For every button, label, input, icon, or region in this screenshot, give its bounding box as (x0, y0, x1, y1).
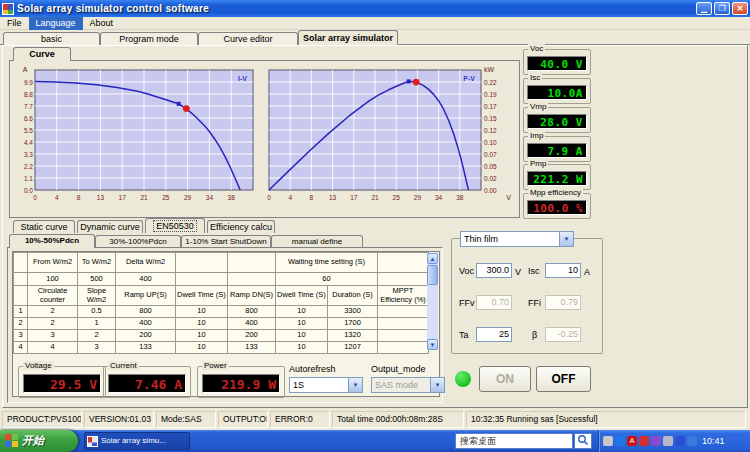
table-cell[interactable]: 200 (228, 330, 276, 342)
subtab-10-50pdcn[interactable]: 10%-50%Pdcn (9, 234, 95, 248)
audio-icon[interactable] (663, 436, 673, 446)
ta-input[interactable]: 25 (476, 327, 512, 342)
table-cell[interactable]: To W/m2 (78, 253, 116, 273)
scroll-down-icon[interactable]: ▼ (427, 339, 438, 350)
table-cell[interactable] (378, 306, 429, 318)
table-cell[interactable]: 400 (116, 318, 176, 330)
table-cell[interactable]: 1 (78, 318, 116, 330)
table-cell[interactable] (378, 318, 429, 330)
table-cell[interactable] (14, 286, 28, 306)
table-cell[interactable]: 800 (228, 306, 276, 318)
table-cell[interactable]: 1320 (328, 330, 378, 342)
voc-input[interactable]: 300.0 (476, 263, 512, 278)
table-cell[interactable]: Ramp UP(S) (116, 286, 176, 306)
table-cell[interactable]: MPPT Efficiency (%) (378, 286, 429, 306)
table-cell[interactable]: 500 (78, 273, 116, 286)
table-cell[interactable]: 100 (28, 273, 78, 286)
restore-button[interactable]: ❐ (714, 2, 730, 15)
table-cell[interactable]: 60 (276, 273, 378, 286)
table-cell[interactable]: 133 (116, 342, 176, 354)
antivirus-shield-icon[interactable] (687, 436, 697, 446)
table-cell[interactable]: 133 (228, 342, 276, 354)
tab-basic[interactable]: basic (3, 32, 100, 45)
table-cell[interactable]: 10 (276, 306, 328, 318)
table-cell[interactable]: 4 (28, 342, 78, 354)
table-cell[interactable] (378, 342, 429, 354)
menu-language[interactable]: Language (29, 17, 83, 30)
table-cell[interactable]: 1207 (328, 342, 378, 354)
table-cell[interactable]: 3 (14, 330, 28, 342)
table-cell[interactable]: 3300 (328, 306, 378, 318)
table-cell[interactable]: 3 (78, 342, 116, 354)
en50530-table[interactable]: From W/m2To W/m2Delta W/m2Waiting time s… (13, 252, 429, 354)
tab-dynamic-curve[interactable]: Dynamic curve (77, 220, 143, 233)
table-cell[interactable]: Slope W/m2 (78, 286, 116, 306)
autorefresh-select[interactable]: 1S ▼ (289, 377, 363, 393)
table-cell[interactable]: 10 (176, 306, 228, 318)
table-cell[interactable]: 2 (28, 306, 78, 318)
close-button[interactable]: ✕ (732, 2, 748, 15)
tab-solar-array-simulator[interactable]: Solar array simulator (298, 30, 398, 45)
tab-program-mode[interactable]: Program mode (100, 32, 198, 45)
tab-curve-editor[interactable]: Curve editor (198, 32, 298, 45)
table-cell[interactable]: Duration (S) (328, 286, 378, 306)
tab-curve[interactable]: Curve (13, 47, 71, 61)
table-cell[interactable]: 10 (276, 330, 328, 342)
table-cell[interactable] (378, 330, 429, 342)
table-cell[interactable]: 400 (228, 318, 276, 330)
start-button[interactable]: 开始 (0, 430, 78, 452)
table-cell[interactable]: Waiting time setting (S) (276, 253, 378, 273)
table-cell[interactable] (228, 253, 276, 273)
table-cell[interactable]: 10 (176, 330, 228, 342)
table-cell[interactable]: 10 (176, 318, 228, 330)
taskbar-item-solar-array[interactable]: Solar array simu... (84, 432, 190, 450)
isc-input[interactable]: 10 (545, 263, 581, 278)
table-cell[interactable] (228, 273, 276, 286)
table-cell[interactable]: Delta W/m2 (116, 253, 176, 273)
table-cell[interactable]: 10 (276, 318, 328, 330)
bluetooth-icon[interactable] (615, 436, 625, 446)
table-cell[interactable]: Ramp DN(S) (228, 286, 276, 306)
off-button[interactable]: OFF (536, 366, 591, 392)
table-cell[interactable]: 2 (28, 318, 78, 330)
table-cell[interactable]: 4 (14, 342, 28, 354)
table-cell[interactable]: 800 (116, 306, 176, 318)
ati-icon[interactable]: A (627, 436, 637, 446)
chevron-down-icon[interactable]: ▼ (348, 378, 362, 392)
security-shield-icon[interactable] (639, 436, 649, 446)
table-cell[interactable]: 10 (176, 342, 228, 354)
desktop-search-input[interactable]: 搜索桌面 (455, 433, 573, 449)
table-cell[interactable] (378, 273, 429, 286)
vpn-shield-icon[interactable] (675, 436, 685, 446)
scrollbar-thumb[interactable] (427, 265, 438, 285)
table-cell[interactable] (176, 273, 228, 286)
tab-static-curve[interactable]: Static curve (13, 220, 75, 233)
tab-en50530[interactable]: EN50530 (145, 218, 205, 233)
table-cell[interactable] (378, 253, 429, 273)
table-cell[interactable]: From W/m2 (28, 253, 78, 273)
table-cell[interactable]: 400 (116, 273, 176, 286)
table-cell[interactable]: 2 (78, 330, 116, 342)
table-cell[interactable]: 1 (14, 306, 28, 318)
tab-efficiency-calcu[interactable]: Efficiency calcu (207, 220, 275, 233)
table-cell[interactable]: 1700 (328, 318, 378, 330)
table-cell[interactable] (14, 273, 28, 286)
table-cell[interactable]: 10 (276, 342, 328, 354)
table-cell[interactable]: Dwell Time (S) (276, 286, 328, 306)
table-cell[interactable]: 2 (14, 318, 28, 330)
table-cell[interactable] (176, 253, 228, 273)
search-icon[interactable] (574, 433, 592, 449)
table-cell[interactable]: 0.5 (78, 306, 116, 318)
messenger-icon[interactable] (651, 436, 661, 446)
table-cell[interactable]: 3 (28, 330, 78, 342)
table-cell[interactable]: 200 (116, 330, 176, 342)
chevron-down-icon[interactable]: ▼ (559, 232, 573, 246)
table-scrollbar[interactable]: ▲ ▼ (427, 253, 438, 350)
menu-about[interactable]: About (83, 17, 121, 30)
table-cell[interactable]: Dwell Time (S) (176, 286, 228, 306)
table-cell[interactable]: Circulate counter (28, 286, 78, 306)
minimize-button[interactable]: ▁ (696, 2, 712, 15)
module-type-select[interactable]: Thin film ▼ (460, 231, 574, 247)
keyboard-icon[interactable] (603, 436, 613, 446)
table-cell[interactable] (14, 253, 28, 273)
